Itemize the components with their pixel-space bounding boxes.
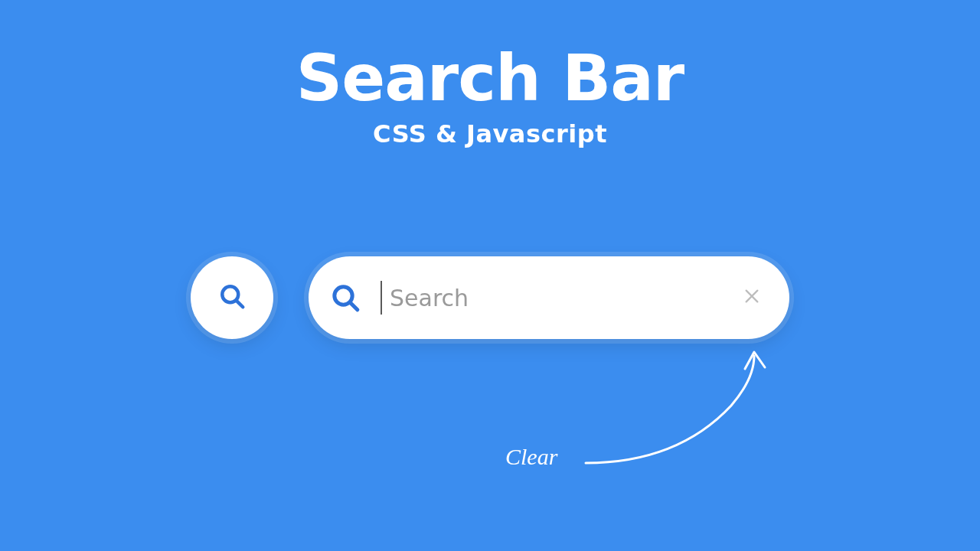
svg-line-3 [351, 303, 358, 310]
search-input[interactable] [390, 285, 740, 311]
search-icon [218, 282, 246, 313]
search-toggle-button[interactable] [191, 256, 273, 339]
annotation-arrow [570, 344, 785, 482]
clear-button[interactable] [740, 286, 763, 309]
close-icon [743, 288, 760, 308]
svg-line-1 [237, 301, 243, 307]
annotation-label: Clear [505, 444, 557, 470]
search-bar [309, 256, 789, 339]
page-title: Search Bar [0, 46, 980, 110]
search-demo-row [0, 256, 980, 339]
page-subtitle: CSS & Javascript [0, 119, 980, 148]
search-icon [330, 282, 361, 313]
input-divider [381, 281, 382, 315]
